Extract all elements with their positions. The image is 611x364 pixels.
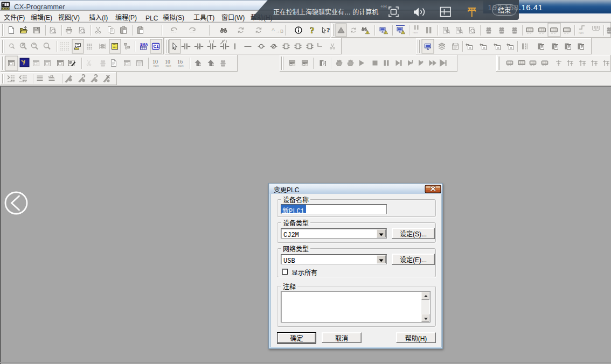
svg-text:non: non [579,31,584,35]
svg-text:?: ? [310,25,315,36]
svg-text:?: ? [327,26,330,34]
svg-text:non: non [413,30,418,34]
